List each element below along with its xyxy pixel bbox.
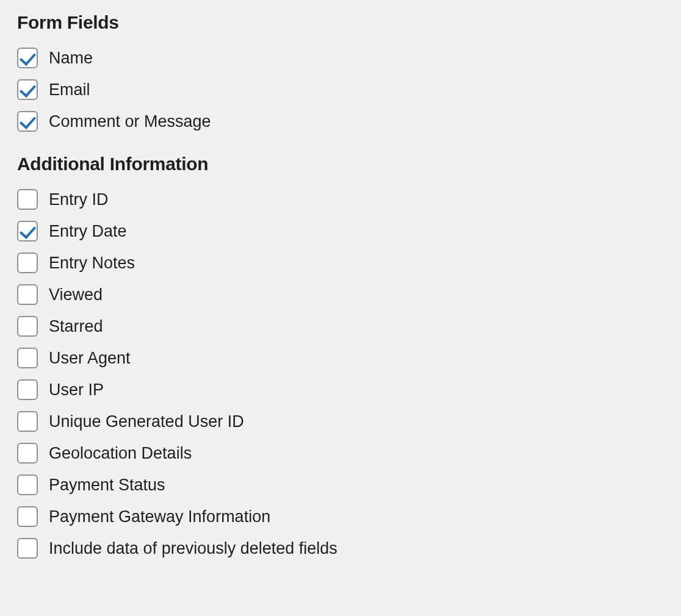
checkbox-row-entry-id[interactable]: Entry ID (17, 189, 664, 210)
checkbox-label-viewed: Viewed (49, 285, 103, 304)
section-heading-form_fields: Form Fields (17, 12, 664, 33)
checkbox-row-user-ip[interactable]: User IP (17, 379, 664, 400)
checkbox-row-geolocation-details[interactable]: Geolocation Details (17, 443, 664, 464)
section-additional_information: Additional InformationEntry IDEntry Date… (17, 154, 664, 559)
checkbox-row-name[interactable]: Name (17, 48, 664, 68)
checkbox-label-include-deleted-fields: Include data of previously deleted field… (49, 539, 337, 558)
checkbox-row-starred[interactable]: Starred (17, 316, 664, 337)
checkbox-payment-gateway-information[interactable] (17, 506, 38, 527)
checkbox-label-starred: Starred (49, 317, 103, 336)
checkbox-label-payment-status: Payment Status (49, 475, 165, 495)
checkbox-starred[interactable] (17, 316, 38, 337)
checkbox-row-payment-gateway-information[interactable]: Payment Gateway Information (17, 506, 664, 527)
checkbox-label-name: Name (49, 48, 93, 68)
checkbox-name[interactable] (17, 48, 38, 68)
checkbox-include-deleted-fields[interactable] (17, 538, 38, 559)
checkbox-list-form_fields: NameEmailComment or Message (17, 48, 664, 132)
checkbox-geolocation-details[interactable] (17, 443, 38, 464)
checkbox-row-viewed[interactable]: Viewed (17, 284, 664, 305)
checkbox-comment-or-message[interactable] (17, 111, 38, 132)
checkbox-row-include-deleted-fields[interactable]: Include data of previously deleted field… (17, 538, 664, 559)
checkbox-entry-date[interactable] (17, 221, 38, 242)
checkbox-user-agent[interactable] (17, 348, 38, 368)
section-form_fields: Form FieldsNameEmailComment or Message (17, 12, 664, 132)
checkbox-label-user-agent: User Agent (49, 348, 131, 368)
checkbox-label-email: Email (49, 80, 90, 99)
checkbox-row-entry-notes[interactable]: Entry Notes (17, 252, 664, 273)
checkbox-entry-id[interactable] (17, 189, 38, 210)
checkbox-row-email[interactable]: Email (17, 79, 664, 100)
checkbox-entry-notes[interactable] (17, 252, 38, 273)
checkbox-email[interactable] (17, 79, 38, 100)
checkbox-label-geolocation-details: Geolocation Details (49, 443, 192, 463)
checkbox-row-entry-date[interactable]: Entry Date (17, 221, 664, 242)
checkbox-unique-generated-user-id[interactable] (17, 411, 38, 432)
checkbox-label-entry-notes: Entry Notes (49, 253, 135, 273)
checkbox-label-comment-or-message: Comment or Message (49, 112, 211, 131)
checkbox-row-unique-generated-user-id[interactable]: Unique Generated User ID (17, 411, 664, 432)
checkbox-row-user-agent[interactable]: User Agent (17, 348, 664, 368)
checkbox-label-payment-gateway-information: Payment Gateway Information (49, 507, 270, 526)
checkbox-label-unique-generated-user-id: Unique Generated User ID (49, 412, 244, 431)
section-heading-additional_information: Additional Information (17, 154, 664, 174)
checkbox-list-additional_information: Entry IDEntry DateEntry NotesViewedStarr… (17, 189, 664, 559)
checkbox-label-entry-date: Entry Date (49, 221, 127, 241)
checkbox-label-entry-id: Entry ID (49, 190, 109, 209)
checkbox-user-ip[interactable] (17, 379, 38, 400)
checkbox-payment-status[interactable] (17, 475, 38, 495)
checkbox-row-payment-status[interactable]: Payment Status (17, 475, 664, 495)
checkbox-label-user-ip: User IP (49, 380, 104, 399)
checkbox-row-comment-or-message[interactable]: Comment or Message (17, 111, 664, 132)
checkbox-viewed[interactable] (17, 284, 38, 305)
